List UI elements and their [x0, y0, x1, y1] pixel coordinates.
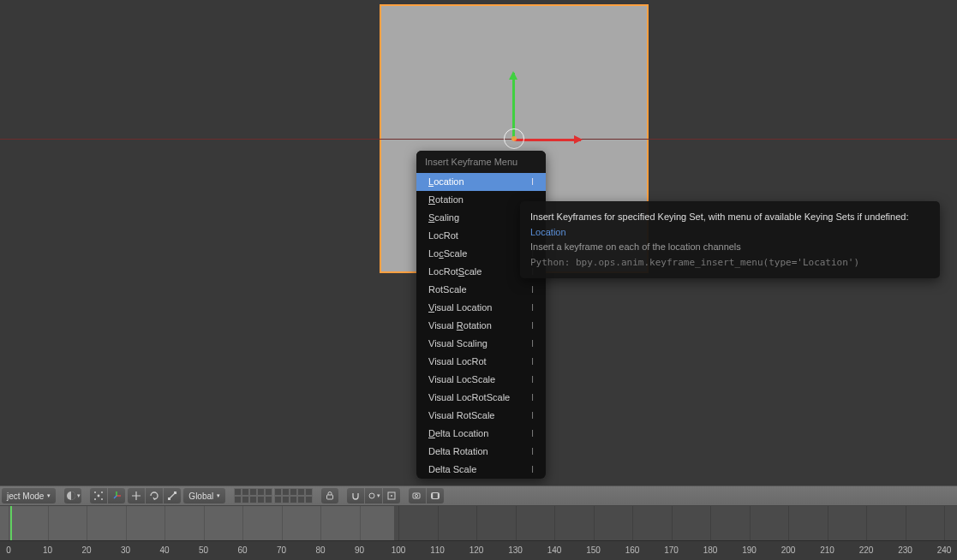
- menu-item-label: Visual RotScale: [428, 410, 494, 421]
- keyframe-menu-item[interactable]: Delta LocationI: [416, 425, 546, 443]
- menu-item-label: Visual LocRot: [428, 356, 487, 367]
- timeline-gridline: [164, 506, 165, 540]
- timeline-gridline: [672, 506, 673, 540]
- timeline-active-range: [0, 506, 394, 540]
- timeline-gridline: [204, 506, 205, 540]
- menu-item-label: LocScale: [428, 248, 467, 259]
- menu-item-label: Visual LocScale: [428, 374, 495, 385]
- timeline-gridline: [710, 506, 711, 540]
- menu-item-shortcut: I: [531, 176, 534, 188]
- manipulator-toggle-button[interactable]: [108, 488, 125, 503]
- menu-item-label: LocRotScale: [428, 266, 481, 277]
- timeline-gridline: [750, 506, 751, 540]
- timeline-gridline: [906, 506, 906, 540]
- timeline-gridline: [632, 506, 633, 540]
- tooltip-link: Location: [530, 227, 566, 237]
- manipulator-scale-icon[interactable]: [164, 488, 181, 503]
- tooltip-main: Insert Keyframes for specified Keying Se…: [530, 210, 930, 240]
- timeline-gridline: [866, 506, 867, 540]
- timeline-tick-label: 160: [625, 545, 640, 555]
- timeline-gridline: [9, 506, 9, 540]
- timeline-ruler[interactable]: 0102030405060708090100110120130140150160…: [0, 540, 957, 560]
- menu-item-label: Delta Location: [428, 428, 488, 439]
- timeline-tick-label: 170: [664, 545, 679, 555]
- keyframe-menu-item[interactable]: Visual LocationI: [416, 299, 546, 317]
- svg-rect-8: [327, 495, 333, 499]
- timeline-editor[interactable]: 0102030405060708090100110120130140150160…: [0, 506, 957, 560]
- manipulator-rotate-icon[interactable]: [146, 488, 163, 503]
- timeline-tick-label: 140: [547, 545, 562, 555]
- keyframe-menu-item[interactable]: Visual RotationI: [416, 317, 546, 335]
- timeline-tick-label: 20: [81, 545, 91, 555]
- keyframe-menu-item[interactable]: Delta ScaleI: [416, 461, 546, 479]
- tooltip: Insert Keyframes for specified Keying Se…: [520, 201, 940, 278]
- timeline-tick-label: 110: [430, 545, 445, 555]
- timeline-gridline: [438, 506, 439, 540]
- snap-type-select[interactable]: ▾: [365, 488, 382, 503]
- timeline-tick-label: 120: [470, 545, 484, 555]
- svg-point-3: [101, 491, 103, 493]
- timeline-gridline: [48, 506, 49, 540]
- render-opengl-image-button[interactable]: [409, 488, 426, 503]
- menu-item-shortcut: I: [531, 464, 534, 475]
- timeline-tick-label: 100: [392, 545, 406, 555]
- keyframe-menu-item[interactable]: Visual LocScaleI: [416, 371, 546, 389]
- snap-target-button[interactable]: [383, 488, 400, 503]
- timeline-gridline: [242, 506, 243, 540]
- keyframe-menu-item[interactable]: LocationI: [416, 173, 546, 191]
- snap-toggle-button[interactable]: [347, 488, 364, 503]
- gizmo-center-icon[interactable]: [504, 128, 524, 149]
- insert-keyframe-menu: Insert Keyframe Menu LocationIRotationSc…: [416, 151, 546, 479]
- timeline-tick-label: 70: [277, 545, 286, 555]
- timeline-tick-label: 90: [355, 545, 364, 555]
- timeline-gridline: [788, 506, 789, 540]
- timeline-tick-label: 60: [237, 545, 247, 555]
- shading-select[interactable]: ▾: [64, 488, 81, 503]
- menu-title: Insert Keyframe Menu: [416, 151, 546, 173]
- menu-item-label: Visual Location: [428, 302, 492, 313]
- render-opengl-anim-button[interactable]: [427, 488, 444, 503]
- keyframe-menu-item[interactable]: Visual RotScaleI: [416, 407, 546, 425]
- menu-item-shortcut: I: [531, 392, 534, 403]
- tooltip-sub: Insert a keyframe on each of the locatio…: [530, 240, 930, 255]
- timeline-tick-label: 40: [159, 545, 169, 555]
- keyframe-menu-item[interactable]: Visual LocRotI: [416, 353, 546, 371]
- menu-item-label: RotScale: [428, 284, 467, 295]
- keyframe-menu-item[interactable]: RotScaleI: [416, 281, 546, 299]
- keyframe-menu-item[interactable]: Visual LocRotScaleI: [416, 389, 546, 407]
- timeline-tick-label: 30: [121, 545, 130, 555]
- menu-item-shortcut: I: [531, 410, 534, 421]
- menu-item-label: LocRot: [428, 230, 458, 241]
- keyframe-menu-item[interactable]: Visual ScalingI: [416, 335, 546, 353]
- manipulator-translate-icon[interactable]: [128, 488, 145, 503]
- pivot-button[interactable]: [90, 488, 107, 503]
- svg-rect-15: [432, 493, 433, 498]
- timeline-gridline: [87, 506, 87, 540]
- keyframe-menu-item[interactable]: Delta RotationI: [416, 443, 546, 461]
- timeline-gridline: [360, 506, 361, 540]
- menu-item-label: Delta Rotation: [428, 446, 488, 457]
- tooltip-python: Python: bpy.ops.anim.keyframe_insert_men…: [530, 255, 930, 271]
- timeline-tick-label: 210: [820, 545, 834, 555]
- svg-point-11: [391, 495, 392, 497]
- timeline-playhead[interactable]: [10, 506, 12, 540]
- orientation-select[interactable]: Global▾: [183, 488, 225, 503]
- timeline-gridline: [516, 506, 517, 540]
- mode-select[interactable]: ject Mode▾: [2, 488, 56, 503]
- menu-item-shortcut: I: [531, 302, 534, 313]
- menu-item-label: Location: [428, 176, 464, 188]
- timeline-gridline: [828, 506, 828, 540]
- timeline-tick-label: 80: [315, 545, 325, 555]
- lock-camera-button[interactable]: [321, 488, 338, 503]
- timeline-gridline: [398, 506, 399, 540]
- menu-item-shortcut: I: [531, 446, 534, 457]
- svg-point-9: [369, 493, 374, 498]
- x-axis-line: [0, 139, 957, 140]
- menu-item-label: Visual Rotation: [428, 320, 492, 331]
- timeline-tick-label: 130: [508, 545, 523, 555]
- svg-point-13: [416, 494, 418, 497]
- layer-buttons[interactable]: [234, 488, 313, 503]
- menu-item-label: Rotation: [428, 194, 464, 206]
- timeline-tick-label: 220: [859, 545, 874, 555]
- timeline-gridline: [282, 506, 283, 540]
